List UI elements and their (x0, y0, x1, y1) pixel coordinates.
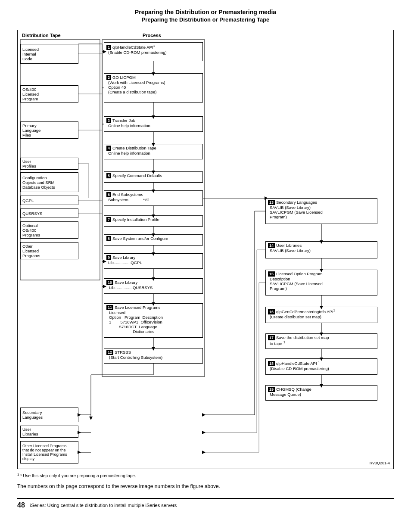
page-number: 48 (17, 501, 25, 509)
step-15-box: 15Licensed Option Program Description SA… (265, 270, 377, 296)
step-4-box: 4Create Distribution Tape Online help in… (104, 144, 203, 159)
step-13-box: 13Secondary Languages SAVLIB (Save Libra… (265, 198, 377, 224)
step-17-box: 17Save the distribution set map to tape … (265, 333, 377, 349)
body-text: The numbers on this page correspond to t… (17, 483, 394, 489)
lbox-primary-lang: PrimaryLanguageFiles (20, 121, 78, 139)
step-5-box: 5Specify Command Defaults (104, 171, 203, 183)
dist-tape-header: Distribution Tape (22, 33, 61, 38)
step-6-box: 6End Subsystems Subsystem.............*A… (104, 190, 203, 206)
step-16-box: 16qlpGenCdPremasteringInfo API1 (Create … (265, 307, 377, 323)
page-title-1: Preparing the Distribution or Premasteri… (17, 9, 394, 16)
step-7-box: 7Specify Installation Profile (104, 215, 203, 227)
lbox-os400: OS/400LicensedProgram (20, 85, 78, 103)
step-11-box: 11Save Licensed Programs Licensed Option… (104, 303, 203, 338)
lbox-secondary-lang: SecondaryLanguages (20, 408, 78, 422)
process-header: Process (143, 33, 161, 38)
lbox-lic-internal: LicensedInternalCode (20, 44, 78, 64)
lbox-optional-os400: OptionalOS/400Programs (20, 221, 78, 239)
svg-marker-57 (89, 417, 93, 420)
lbox-user-libraries: UserLibraries (20, 426, 78, 438)
step-19-box: 19CHGMSQ (Change Message Queue) (265, 385, 377, 401)
page-footer: 48 iSeries: Using central site distribut… (17, 498, 394, 509)
step-14-box: 14User Libraries SAVLIB (Save Library) (265, 241, 377, 258)
diagram-area: Distribution Tape Process LicensedIntern… (17, 30, 394, 469)
step-12-box: 12STRSBS (Start Controlling Subsystem) (104, 348, 203, 364)
lbox-config: ConfigurationObjects and SRMDatabase Obj… (20, 172, 78, 192)
step-1-box: 1qlpHandleCdState API1 (Enable CD-ROM pr… (104, 42, 203, 61)
page-title-2: Preparing the Distribution or Premasteri… (17, 16, 394, 23)
svg-marker-67 (202, 413, 206, 417)
svg-marker-71 (202, 431, 206, 434)
lbox-qgpl: QGPL (20, 196, 78, 205)
footer-text: iSeries: Using central site distribution… (30, 503, 177, 508)
lbox-qusrsys: QUSRSYS (20, 208, 78, 218)
footnote: 1 ¹ Use this step only if you are prepar… (17, 473, 394, 478)
lbox-other-lic-programs: Other Licensed Programsthat do not appea… (20, 441, 78, 464)
step-18-box: 18qlpHandleCdState API 1 (Disable CD-ROM… (265, 358, 377, 375)
step-3-box: 3Transfer Job Online help information (104, 116, 203, 132)
ref-code: RV3Q201-4 (370, 461, 390, 465)
svg-marker-75 (202, 451, 206, 454)
lbox-other-licensed: OtherLicensedPrograms (20, 242, 78, 259)
step-10-box: 10Save Library Lib................QUSRSY… (104, 278, 203, 294)
step-2-box: 2GO LICPGM (Work with Licensed Programs)… (104, 73, 203, 103)
step-8-box: 8Save System and/or Configure (104, 234, 203, 246)
lbox-user-profiles: UserProfiles (20, 158, 78, 170)
step-9-box: 9Save Library Lib...............QGPL (104, 253, 203, 269)
